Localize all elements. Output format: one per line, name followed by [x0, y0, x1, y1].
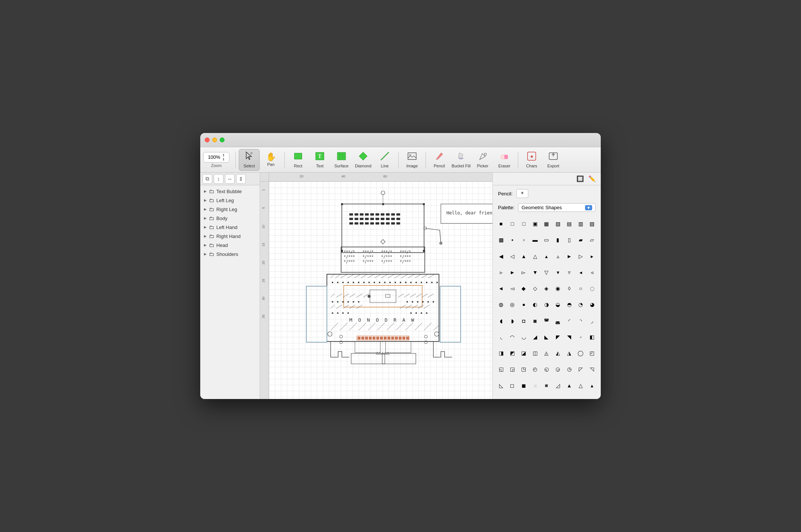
bucket-tool-button[interactable]: Bucket Fill	[451, 149, 471, 171]
panel-tool-info[interactable]: 🔲	[575, 174, 585, 184]
symbol-cell-27[interactable]: ▹	[496, 267, 506, 278]
symbol-cell-14[interactable]: ▮	[553, 235, 563, 245]
symbol-cell-89[interactable]: ◹	[587, 364, 597, 374]
symbol-cell-29[interactable]: ▻	[519, 267, 529, 278]
symbol-cell-74[interactable]: ◪	[519, 348, 529, 358]
symbol-cell-9[interactable]: ▩	[496, 235, 506, 245]
symbol-cell-83[interactable]: ◳	[519, 364, 529, 374]
symbol-cell-23[interactable]: ▵	[553, 251, 563, 262]
sidebar-btn-2[interactable]: ↕	[214, 174, 223, 184]
symbol-cell-72[interactable]: ◨	[496, 348, 506, 358]
symbol-cell-78[interactable]: ◮	[564, 348, 575, 358]
symbol-cell-51[interactable]: ◓	[564, 299, 575, 310]
symbol-cell-53[interactable]: ◕	[587, 299, 597, 310]
symbol-cell-62[interactable]: ◞	[587, 316, 597, 326]
symbol-cell-20[interactable]: ▲	[519, 251, 529, 262]
sidebar-item-left-hand[interactable]: ▶ 🗀 Left Hand	[200, 223, 260, 232]
line-tool-button[interactable]: Line	[374, 149, 395, 171]
symbol-cell-76[interactable]: ◬	[541, 348, 552, 358]
symbol-cell-75[interactable]: ◫	[530, 348, 540, 358]
symbol-cell-4[interactable]: ▦	[541, 219, 552, 229]
close-button[interactable]	[205, 137, 210, 142]
symbol-cell-6[interactable]: ▤	[564, 219, 575, 229]
symbol-cell-41[interactable]: ◉	[553, 283, 563, 294]
symbol-cell-94[interactable]: ◾	[541, 380, 552, 391]
symbol-cell-86[interactable]: ◶	[553, 364, 563, 374]
sidebar-item-body[interactable]: ▶ 🗀 Body	[200, 214, 260, 223]
symbol-cell-71[interactable]: ◧	[587, 332, 597, 342]
symbol-cell-26[interactable]: ▸	[587, 251, 597, 262]
symbol-cell-25[interactable]: ▷	[575, 251, 586, 262]
minimize-button[interactable]	[212, 137, 217, 142]
symbol-cell-45[interactable]: ◍	[496, 299, 506, 310]
symbol-cell-22[interactable]: ▴	[541, 251, 552, 262]
chars-tool-button[interactable]: ★ Chars	[521, 149, 542, 171]
symbol-cell-10[interactable]: ▪	[507, 235, 517, 245]
symbol-cell-32[interactable]: ▾	[553, 267, 563, 278]
symbol-cell-11[interactable]: ▫	[519, 235, 529, 245]
zoom-box[interactable]: 100% ⬆⬇	[203, 152, 229, 163]
symbol-cell-70[interactable]: ◦	[575, 332, 586, 342]
symbol-cell-64[interactable]: ◠	[507, 332, 517, 342]
surface-tool-button[interactable]: Surface	[331, 149, 352, 171]
symbol-cell-34[interactable]: ◂	[575, 267, 586, 278]
symbol-cell-35[interactable]: ◃	[587, 267, 597, 278]
symbol-cell-7[interactable]: ▥	[575, 219, 586, 229]
symbol-cell-88[interactable]: ◸	[575, 364, 586, 374]
symbol-cell-21[interactable]: △	[530, 251, 540, 262]
symbol-cell-37[interactable]: ◅	[507, 283, 517, 294]
symbol-cell-61[interactable]: ◝	[575, 316, 586, 326]
symbol-cell-47[interactable]: ●	[519, 299, 529, 310]
sidebar-item-shoulders[interactable]: ▶ 🗀 Shoulders	[200, 250, 260, 259]
symbol-cell-55[interactable]: ◗	[507, 316, 517, 326]
symbol-cell-31[interactable]: ▽	[541, 267, 552, 278]
symbol-cell-42[interactable]: ◊	[564, 283, 575, 294]
symbol-cell-43[interactable]: ○	[575, 283, 586, 294]
symbol-cell-50[interactable]: ◒	[553, 299, 563, 310]
sidebar-btn-4[interactable]: ⇕	[236, 174, 246, 184]
symbol-cell-68[interactable]: ◤	[553, 332, 563, 342]
symbol-cell-93[interactable]: ◽	[530, 380, 540, 391]
rect-tool-button[interactable]: Rect	[288, 149, 309, 171]
sidebar-item-right-leg[interactable]: ▶ 🗀 Right Leg	[200, 205, 260, 214]
symbol-cell-40[interactable]: ◈	[541, 283, 552, 294]
symbol-cell-91[interactable]: ◻	[507, 380, 517, 391]
symbol-cell-3[interactable]: ▣	[530, 219, 540, 229]
text-tool-button[interactable]: T Text	[309, 149, 330, 171]
diamond-tool-button[interactable]: Diamond	[353, 149, 374, 171]
symbol-cell-1[interactable]: □	[507, 219, 517, 229]
sidebar-btn-3[interactable]: ↔	[225, 174, 235, 184]
symbol-cell-87[interactable]: ◷	[564, 364, 575, 374]
symbol-cell-60[interactable]: ◜	[564, 316, 575, 326]
symbol-cell-67[interactable]: ◣	[541, 332, 552, 342]
symbol-cell-58[interactable]: ◚	[541, 316, 552, 326]
symbol-cell-5[interactable]: ▧	[553, 219, 563, 229]
symbol-cell-98[interactable]: ▴	[587, 380, 597, 391]
symbol-cell-2[interactable]: □	[519, 219, 529, 229]
symbol-cell-30[interactable]: ▼	[530, 267, 540, 278]
symbol-cell-46[interactable]: ◎	[507, 299, 517, 310]
symbol-cell-95[interactable]: ◿	[553, 380, 563, 391]
symbol-cell-63[interactable]: ◟	[496, 332, 506, 342]
symbol-cell-85[interactable]: ◵	[541, 364, 552, 374]
symbol-cell-24[interactable]: ►	[564, 251, 575, 262]
symbol-cell-38[interactable]: ◆	[519, 283, 529, 294]
symbol-cell-33[interactable]: ▿	[564, 267, 575, 278]
eraser-tool-button[interactable]: Eraser	[494, 149, 515, 171]
symbol-cell-15[interactable]: ▯	[564, 235, 575, 245]
maximize-button[interactable]	[220, 137, 225, 142]
symbol-cell-77[interactable]: ◭	[553, 348, 563, 358]
symbol-cell-28[interactable]: ►	[507, 267, 517, 278]
pencil-tool-button[interactable]: Pencil	[429, 149, 450, 171]
symbol-cell-18[interactable]: ◀	[496, 251, 506, 262]
symbol-cell-80[interactable]: ◰	[587, 348, 597, 358]
symbol-cell-79[interactable]: ◯	[575, 348, 586, 358]
sidebar-item-left-leg[interactable]: ▶ 🗀 Left Leg	[200, 196, 260, 205]
symbol-cell-92[interactable]: ◼	[519, 380, 529, 391]
symbol-cell-13[interactable]: ▭	[541, 235, 552, 245]
symbol-cell-69[interactable]: ◥	[564, 332, 575, 342]
sidebar-btn-1[interactable]: ⧉	[202, 174, 212, 184]
symbol-cell-90[interactable]: ◺	[496, 380, 506, 391]
symbol-cell-96[interactable]: ▲	[564, 380, 575, 391]
symbol-cell-54[interactable]: ◖	[496, 316, 506, 326]
